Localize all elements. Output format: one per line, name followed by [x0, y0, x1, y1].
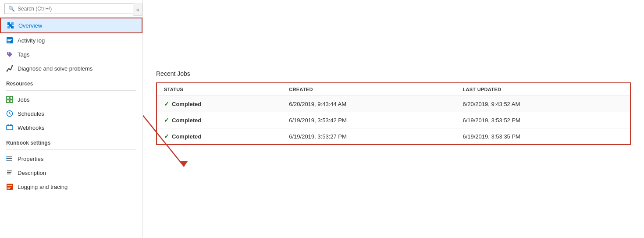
status-value: Completed: [172, 117, 201, 124]
activity-log-icon: [6, 37, 13, 44]
section-divider-resources: [6, 90, 136, 91]
svg-line-12: [11, 66, 12, 70]
collapse-button[interactable]: «: [133, 4, 142, 16]
sidebar-item-overview[interactable]: Overview: [0, 18, 142, 33]
check-icon: ✓: [164, 117, 169, 124]
check-icon: ✓: [164, 100, 169, 107]
sidebar-item-properties-label: Properties: [18, 156, 43, 162]
diagnose-icon: [6, 65, 13, 72]
created-value: 6/19/2019, 3:53:27 PM: [282, 128, 455, 145]
last-updated-value: 6/20/2019, 9:43:52 AM: [455, 96, 630, 112]
sidebar-item-activity-log-label: Activity log: [18, 37, 45, 44]
webhooks-icon: [6, 124, 13, 131]
table-row[interactable]: ✓ Completed 6/19/2019, 3:53:27 PM 6/19/2…: [157, 128, 630, 145]
logging-icon: [6, 183, 13, 190]
svg-rect-30: [6, 160, 7, 161]
sidebar-item-description-label: Description: [18, 170, 46, 176]
svg-point-13: [7, 71, 8, 72]
last-updated-value: 6/19/2019, 3:53:35 PM: [455, 128, 630, 145]
svg-rect-26: [7, 158, 12, 159]
svg-rect-17: [7, 100, 9, 103]
sidebar-item-activity-log[interactable]: Activity log: [0, 33, 142, 47]
svg-point-14: [12, 65, 13, 67]
search-input[interactable]: [18, 6, 134, 12]
main-content: Recent Jobs STATUS CREATED LAST UPDATED …: [143, 0, 644, 238]
svg-rect-7: [7, 40, 11, 41]
svg-rect-23: [7, 124, 9, 126]
sidebar: 🔍 « Overview Activity l: [0, 0, 143, 238]
schedules-icon: [6, 110, 13, 117]
svg-rect-33: [7, 174, 11, 174]
last-updated-value: 6/19/2019, 3:53:52 PM: [455, 112, 630, 128]
svg-rect-25: [7, 156, 12, 157]
status-cell: ✓ Completed: [157, 96, 282, 112]
svg-rect-31: [7, 171, 12, 171]
table-header-row: STATUS CREATED LAST UPDATED: [157, 83, 630, 96]
table-row[interactable]: ✓ Completed 6/20/2019, 9:43:44 AM 6/20/2…: [157, 96, 630, 112]
svg-marker-39: [181, 161, 188, 167]
sidebar-item-tags-label: Tags: [18, 51, 29, 58]
sidebar-item-logging-label: Logging and tracing: [18, 184, 68, 190]
sidebar-item-diagnose[interactable]: Diagnose and solve problems: [0, 61, 142, 75]
sidebar-item-schedules[interactable]: Schedules: [0, 107, 142, 121]
svg-rect-24: [10, 124, 12, 126]
sidebar-item-diagnose-label: Diagnose and solve problems: [18, 65, 93, 72]
svg-rect-29: [6, 158, 7, 159]
svg-rect-15: [7, 96, 9, 99]
sidebar-item-jobs[interactable]: Jobs: [0, 92, 142, 107]
section-divider-runbook: [6, 149, 136, 150]
description-icon: [6, 169, 13, 176]
sidebar-item-webhooks[interactable]: Webhooks: [0, 121, 142, 135]
svg-rect-28: [6, 156, 7, 157]
sidebar-item-logging[interactable]: Logging and tracing: [0, 180, 142, 194]
col-header-created: CREATED: [282, 83, 455, 96]
properties-icon: [6, 155, 13, 162]
sidebar-item-description[interactable]: Description: [0, 166, 142, 180]
search-icon: 🔍: [8, 6, 15, 12]
sidebar-item-schedules-label: Schedules: [18, 110, 44, 117]
sidebar-item-properties[interactable]: Properties: [0, 152, 142, 166]
svg-rect-8: [7, 42, 10, 43]
recent-jobs-title: Recent Jobs: [156, 70, 631, 77]
svg-rect-18: [10, 100, 13, 103]
svg-rect-36: [7, 187, 11, 188]
svg-rect-6: [7, 39, 12, 40]
svg-rect-32: [7, 172, 11, 173]
svg-rect-16: [10, 96, 13, 99]
sidebar-item-jobs-label: Jobs: [18, 96, 29, 103]
col-header-last-updated: LAST UPDATED: [455, 83, 630, 96]
sidebar-item-webhooks-label: Webhooks: [18, 124, 44, 131]
search-bar[interactable]: 🔍: [4, 4, 138, 14]
sidebar-item-tags[interactable]: Tags: [0, 47, 142, 61]
svg-rect-27: [7, 160, 12, 161]
svg-point-4: [9, 24, 12, 27]
status-value: Completed: [172, 133, 201, 140]
created-value: 6/19/2019, 3:53:42 PM: [282, 112, 455, 128]
status-value: Completed: [172, 101, 201, 107]
section-runbook-settings-header: Runbook settings: [0, 135, 142, 148]
jobs-table: STATUS CREATED LAST UPDATED ✓ Completed …: [156, 82, 631, 145]
sidebar-item-overview-label: Overview: [18, 22, 42, 29]
jobs-icon: [6, 96, 13, 103]
check-icon: ✓: [164, 133, 169, 140]
svg-rect-37: [7, 188, 10, 189]
created-value: 6/20/2019, 9:43:44 AM: [282, 96, 455, 112]
section-resources-header: Resources: [0, 75, 142, 89]
svg-point-9: [8, 53, 9, 54]
status-cell: ✓ Completed: [157, 112, 282, 128]
svg-line-21: [10, 114, 11, 114]
tags-icon: [6, 51, 13, 58]
overview-icon: [7, 22, 14, 29]
svg-rect-35: [7, 185, 12, 186]
status-cell: ✓ Completed: [157, 128, 282, 145]
col-header-status: STATUS: [157, 83, 282, 96]
table-row[interactable]: ✓ Completed 6/19/2019, 3:53:42 PM 6/19/2…: [157, 112, 630, 128]
